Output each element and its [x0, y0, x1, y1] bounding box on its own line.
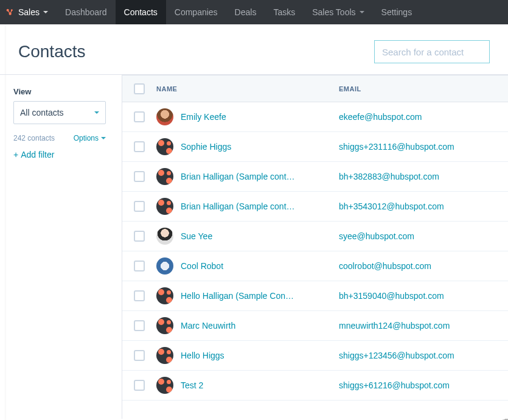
contact-name-link[interactable]: Emily Keefe — [181, 112, 226, 122]
options-dropdown[interactable]: Options — [74, 134, 106, 142]
avatar — [156, 287, 173, 304]
nav-brand-sales[interactable]: Sales — [18, 0, 57, 24]
nav-item-settings[interactable]: Settings — [373, 0, 421, 24]
contact-email-link[interactable]: ekeefe@hubspot.com — [339, 112, 508, 122]
contact-name-link[interactable]: Sue Yee — [181, 231, 212, 241]
contact-name-link[interactable]: Hello Halligan (Sample Con… — [181, 291, 294, 301]
page-title: Contacts — [18, 42, 374, 61]
plus-icon: + — [13, 150, 18, 159]
table-row: Emily Keefeekeefe@hubspot.com — [122, 102, 508, 132]
avatar — [156, 347, 173, 364]
nav-brand-label: Sales — [18, 7, 40, 17]
row-checkbox[interactable] — [134, 290, 145, 301]
contact-email-link[interactable]: shiggs+123456@hubspot.com — [339, 351, 508, 360]
contact-name-link[interactable]: Marc Neuwirth — [181, 321, 235, 331]
top-nav: Sales Dashboard Contacts Companies Deals… — [0, 0, 508, 24]
avatar — [156, 138, 173, 155]
contacts-count: 242 contacts — [13, 134, 55, 142]
contact-name-link[interactable]: Sophie Higgs — [181, 142, 231, 152]
caret-down-icon — [360, 11, 364, 13]
contact-name-link[interactable]: Brian Halligan (Sample cont… — [181, 201, 295, 211]
table-row: Sophie Higgsshiggs+231116@hubspot.com — [122, 132, 508, 162]
view-label: View — [13, 87, 106, 96]
nav-item-sales-tools[interactable]: Sales Tools — [304, 0, 372, 24]
contact-email-link[interactable]: syee@hubspot.com — [339, 231, 508, 241]
hubspot-logo-icon — [5, 7, 15, 17]
contact-email-link[interactable]: bh+382883@hubspot.com — [339, 172, 508, 181]
row-checkbox[interactable] — [134, 141, 145, 152]
table-header: NAME EMAIL — [122, 75, 508, 102]
contacts-table: NAME EMAIL Emily Keefeekeefe@hubspot.com… — [122, 75, 508, 419]
nav-item-contacts[interactable]: Contacts — [116, 0, 166, 24]
caret-down-icon — [101, 137, 106, 139]
row-checkbox[interactable] — [134, 111, 145, 122]
contact-email-link[interactable]: shiggs+231116@hubspot.com — [339, 142, 508, 152]
header-email[interactable]: EMAIL — [339, 85, 508, 93]
header-name[interactable]: NAME — [156, 85, 339, 93]
table-row: Brian Halligan (Sample cont…bh+3543012@h… — [122, 192, 508, 222]
caret-down-icon — [43, 11, 48, 13]
nav-item-companies[interactable]: Companies — [166, 0, 226, 24]
row-checkbox[interactable] — [134, 350, 145, 361]
caret-down-icon — [94, 111, 99, 114]
nav-item-dashboard[interactable]: Dashboard — [57, 0, 116, 24]
table-row: Hello Higgsshiggs+123456@hubspot.com — [122, 341, 508, 371]
table-row: Hello Halligan (Sample Con…bh+3159040@hu… — [122, 281, 508, 311]
row-checkbox[interactable] — [134, 231, 145, 242]
table-row: Brian Halligan (Sample cont…bh+382883@hu… — [122, 162, 508, 192]
avatar — [156, 168, 173, 185]
row-checkbox[interactable] — [134, 261, 145, 271]
avatar — [156, 228, 173, 245]
search-input[interactable] — [374, 40, 490, 63]
select-all-checkbox[interactable] — [134, 83, 145, 94]
avatar — [156, 257, 173, 275]
table-row: Test 2shiggs+61216@hubspot.com — [122, 371, 508, 401]
contact-email-link[interactable]: mneuwirth124@hubspot.com — [339, 321, 508, 331]
row-checkbox[interactable] — [134, 171, 145, 182]
contact-name-link[interactable]: Test 2 — [181, 380, 203, 390]
contact-email-link[interactable]: shiggs+61216@hubspot.com — [339, 380, 508, 390]
contact-name-link[interactable]: Cool Robot — [181, 261, 223, 271]
contact-email-link[interactable]: coolrobot@hubspot.com — [339, 261, 508, 271]
contact-email-link[interactable]: bh+3159040@hubspot.com — [339, 291, 508, 301]
avatar — [156, 317, 173, 334]
table-row: Sue Yeesyee@hubspot.com — [122, 222, 508, 251]
sidebar: View All contacts 242 contacts Options +… — [0, 75, 122, 419]
page-header: Contacts — [0, 24, 508, 75]
avatar — [156, 377, 173, 394]
view-select[interactable]: All contacts — [13, 101, 106, 124]
add-filter-button[interactable]: + Add filter — [13, 150, 106, 159]
view-select-value: All contacts — [20, 108, 64, 117]
contact-name-link[interactable]: Hello Higgs — [181, 351, 224, 360]
nav-item-deals[interactable]: Deals — [226, 0, 265, 24]
table-row: Marc Neuwirthmneuwirth124@hubspot.com — [122, 311, 508, 341]
table-row: Cool Robotcoolrobot@hubspot.com — [122, 251, 508, 281]
row-checkbox[interactable] — [134, 320, 145, 331]
row-checkbox[interactable] — [134, 201, 145, 212]
contact-email-link[interactable]: bh+3543012@hubspot.com — [339, 201, 508, 211]
search-wrap — [374, 40, 490, 63]
avatar — [156, 198, 173, 215]
avatar — [156, 108, 173, 125]
contact-name-link[interactable]: Brian Halligan (Sample cont… — [181, 172, 295, 181]
nav-item-tasks[interactable]: Tasks — [265, 0, 304, 24]
row-checkbox[interactable] — [134, 380, 145, 391]
